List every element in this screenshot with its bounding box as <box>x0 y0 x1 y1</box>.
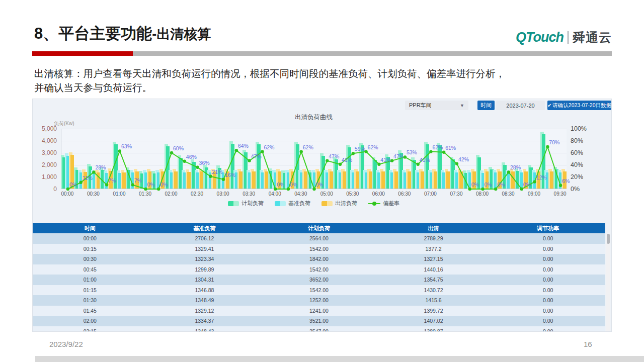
deviation-point <box>222 178 225 181</box>
toolbar: PPR车间 ▼ 时间 2023-07-20 ✔ 请确认2023-07-20日数据 <box>33 101 611 111</box>
confirm-data-button[interactable]: ✔ 请确认2023-07-20日数据 <box>547 101 611 110</box>
plot-wrap: 负荷(Kw) 0%11%28%7%63%7%0%0%60%46%36%21%16… <box>61 129 567 189</box>
deviation-point <box>468 188 471 191</box>
workshop-dropdown[interactable]: PPR车间 ▼ <box>405 101 468 110</box>
table-cell: 1542.00 <box>262 287 376 293</box>
deviation-label: 7% <box>134 177 142 184</box>
deviation-label: 62% <box>432 144 443 150</box>
deviation-label: 36% <box>199 160 210 166</box>
plot-area: 0%11%28%7%63%7%0%0%60%46%36%21%16%64%47%… <box>61 129 567 189</box>
deviation-point <box>326 159 329 162</box>
y-tick-left: 3,000 <box>32 149 57 156</box>
deviation-point <box>118 149 121 152</box>
y-tick-right: 60% <box>571 149 596 156</box>
legend-item-baseline[interactable]: 基准负荷 <box>275 200 310 207</box>
deviation-point <box>157 188 160 191</box>
y-tick-left: 5,000 <box>32 125 57 132</box>
table-cell: 01:00 <box>33 277 147 283</box>
qtouch-wordmark: QTouch <box>516 30 564 45</box>
deviation-label: 21% <box>212 169 222 175</box>
page-title: 8、平台主要功能-出清核算 <box>34 23 211 44</box>
deviation-label: 0% <box>316 182 324 188</box>
deviation-label: 7% <box>108 177 116 184</box>
table-cell: 00:15 <box>33 246 147 252</box>
description: 出清核算：用户查看每天出清和负荷运行的情况，根据不同时间段的基准负荷、计划负荷、… <box>34 66 613 95</box>
date-field[interactable]: 2023-07-20 <box>496 101 545 110</box>
deviation-point <box>79 181 82 184</box>
legend-item-clearing[interactable]: 出清负荷 <box>321 200 357 207</box>
deviation-point <box>183 160 186 163</box>
legend-swatch-clearing <box>321 201 333 206</box>
table-cell: 0.00 <box>491 308 605 314</box>
table-row: 00:002706.122564.002789.290.00 <box>33 233 605 244</box>
deviation-label: 60% <box>173 145 184 151</box>
description-line-1: 出清核算：用户查看每天出清和负荷运行的情况，根据不同时间段的基准负荷、计划负荷、… <box>34 66 613 80</box>
deviation-point <box>442 151 445 154</box>
x-tick-label: 02:30 <box>185 191 209 197</box>
deviation-label: 0% <box>277 182 284 188</box>
legend-label-baseline: 基准负荷 <box>288 200 310 207</box>
deviation-point <box>520 188 523 191</box>
x-tick-label: 09:00 <box>522 191 546 197</box>
scrollbar-thumb[interactable] <box>607 234 610 244</box>
x-tick-label: 04:30 <box>289 191 313 197</box>
table-cell: 01:45 <box>33 308 147 314</box>
table-cell: 00:30 <box>33 256 147 262</box>
time-label-chip: 时间 <box>477 101 495 110</box>
table-body: 00:002706.122564.002789.290.0000:151329.… <box>33 233 605 332</box>
column-header: 出清 <box>376 225 491 232</box>
deviation-point <box>546 145 549 148</box>
deviation-point <box>429 150 432 153</box>
table-cell: 0.00 <box>491 328 605 332</box>
table-cell: 01:30 <box>33 297 147 303</box>
deviation-point <box>404 155 407 158</box>
deviation-label: 59% <box>355 146 365 152</box>
deviation-label: 47% <box>251 153 262 159</box>
column-header: 调节功率 <box>491 225 605 232</box>
deviation-point <box>144 188 147 191</box>
y-tick-right: 40% <box>571 161 596 168</box>
deviation-label: 41% <box>420 157 430 163</box>
x-tick-label: 07:30 <box>444 191 468 197</box>
x-tick-label: 06:00 <box>366 191 390 197</box>
deviation-label: 0% <box>485 182 492 188</box>
table-cell: 1842.00 <box>262 256 376 262</box>
check-icon: ✔ <box>547 103 551 108</box>
footer-date: 2023/9/22 <box>49 340 83 348</box>
table-scrollbar[interactable] <box>606 233 610 332</box>
column-header: 基准负荷 <box>147 225 262 232</box>
table-cell: 1542.00 <box>262 246 376 252</box>
deviation-label: 0% <box>497 182 505 188</box>
table-cell: 1327.15 <box>376 256 491 262</box>
deviation-label: 62% <box>303 144 313 150</box>
x-tick-label: 03:00 <box>211 191 235 197</box>
legend-item-planned[interactable]: 计划负荷 <box>228 200 264 207</box>
legend-swatch-baseline <box>275 201 286 206</box>
deviation-point <box>494 188 497 191</box>
deviation-point <box>248 159 251 162</box>
data-table: 时间基准负荷计划负荷出清调节功率 00:002706.122564.002789… <box>33 223 605 332</box>
deviation-label: 42% <box>458 156 469 162</box>
deviation-point <box>105 183 108 186</box>
table-cell: 1299.89 <box>147 266 262 273</box>
table-cell: 0.00 <box>491 246 605 252</box>
legend-item-deviation[interactable]: 偏差率 <box>368 200 399 207</box>
deviation-label: 41% <box>342 157 352 163</box>
table-cell: 01:15 <box>33 287 147 293</box>
table-cell: 0.00 <box>491 318 605 324</box>
page-number: 16 <box>584 340 592 348</box>
deviation-label: 16% <box>225 172 235 178</box>
y-axis-unit-label: 负荷(Kw) <box>54 120 74 127</box>
table-cell: 1241.00 <box>262 308 376 314</box>
table-cell: 1348.49 <box>147 297 262 303</box>
table-cell: 00:45 <box>33 266 147 273</box>
table-cell: 1377.2 <box>376 246 491 252</box>
deviation-label: 0% <box>290 182 297 188</box>
table-cell: 1304.31 <box>147 277 262 283</box>
table-cell: 1407.02 <box>376 318 491 324</box>
x-tick-label: 09:30 <box>548 191 572 197</box>
deviation-point <box>312 188 315 191</box>
table-cell: 3521.00 <box>262 318 376 324</box>
table-row: 00:151329.411542.001377.20.00 <box>33 244 605 254</box>
deviation-point <box>92 170 95 173</box>
